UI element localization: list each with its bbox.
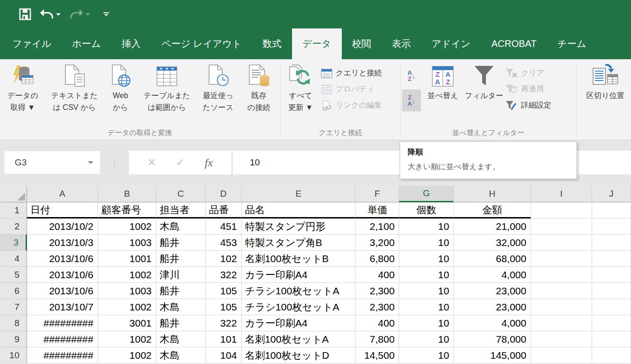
cell-E1[interactable]: 品名 [242, 202, 356, 218]
cell-B7[interactable]: 1002 [98, 299, 156, 315]
column-header-I[interactable]: I [531, 186, 592, 202]
cell-A2[interactable]: 2013/10/2 [27, 218, 98, 235]
tab-ホーム[interactable]: ホーム [62, 28, 111, 59]
column-header-C[interactable]: C [156, 186, 206, 202]
column-header-F[interactable]: F [356, 186, 399, 202]
cell-J8[interactable] [592, 315, 631, 331]
sort-button[interactable]: Z A A Z 並べ替え [421, 62, 465, 101]
cell-G9[interactable]: 10 [399, 331, 454, 347]
column-header-B[interactable]: B [98, 186, 156, 202]
tab-数式[interactable]: 数式 [252, 28, 292, 59]
row-header-8[interactable]: 8 [0, 315, 27, 331]
cell-J9[interactable] [592, 331, 631, 347]
cell-C8[interactable]: 船井 [156, 315, 206, 331]
cell-J5[interactable] [592, 267, 631, 283]
cell-H8[interactable]: 4,000 [454, 315, 531, 331]
cell-C9[interactable]: 木島 [156, 331, 206, 347]
cell-J2[interactable] [592, 218, 631, 235]
cell-D2[interactable]: 451 [206, 218, 242, 235]
undo-button[interactable] [38, 7, 63, 22]
cell-C4[interactable]: 船井 [156, 251, 206, 267]
cell-A4[interactable]: 2013/10/6 [27, 251, 98, 267]
cell-E3[interactable]: 特製スタンプ角B [242, 235, 356, 251]
cell-F1[interactable]: 単価 [356, 202, 399, 218]
cell-J3[interactable] [592, 235, 631, 251]
save-button[interactable] [17, 7, 33, 21]
from-web-button[interactable]: Web から [104, 62, 137, 113]
cell-G7[interactable]: 10 [399, 299, 454, 315]
cell-A9[interactable]: ######### [27, 331, 98, 347]
cell-B9[interactable]: 1002 [98, 331, 156, 347]
cell-F5[interactable]: 400 [356, 267, 399, 283]
cell-H2[interactable]: 21,000 [454, 218, 531, 235]
cell-F3[interactable]: 3,200 [356, 235, 399, 251]
cell-G6[interactable]: 10 [399, 283, 454, 299]
cell-A8[interactable]: ######### [27, 315, 98, 331]
cell-H1[interactable]: 金額 [454, 202, 531, 218]
column-header-D[interactable]: D [206, 186, 242, 202]
cell-E5[interactable]: カラー印刷A4 [242, 267, 356, 283]
cell-F2[interactable]: 2,100 [356, 218, 399, 235]
cell-C6[interactable]: 船井 [156, 283, 206, 299]
tab-アドイン[interactable]: アドイン [421, 28, 481, 59]
cell-F10[interactable]: 14,500 [356, 347, 399, 364]
row-header-10[interactable]: 10 [0, 347, 27, 364]
tab-ACROBAT[interactable]: ACROBAT [481, 28, 547, 59]
cell-D10[interactable]: 104 [206, 347, 242, 364]
cell-E7[interactable]: チラシ100枚セットA [242, 299, 356, 315]
cell-H3[interactable]: 32,000 [454, 235, 531, 251]
row-header-1[interactable]: 1 [0, 202, 27, 218]
text-to-columns-button[interactable]: 区切り位置 [582, 62, 629, 101]
row-header-2[interactable]: 2 [0, 218, 27, 235]
cell-E10[interactable]: 名刺100枚セットD [242, 347, 356, 364]
cell-D3[interactable]: 453 [206, 235, 242, 251]
row-header-7[interactable]: 7 [0, 299, 27, 315]
column-header-J[interactable]: J [592, 186, 631, 202]
cell-C3[interactable]: 船井 [156, 235, 206, 251]
cell-I7[interactable] [531, 299, 592, 315]
cell-E8[interactable]: カラー印刷A4 [242, 315, 356, 331]
cell-G4[interactable]: 10 [399, 251, 454, 267]
cell-D4[interactable]: 102 [206, 251, 242, 267]
cell-F9[interactable]: 7,800 [356, 331, 399, 347]
cell-F6[interactable]: 2,300 [356, 283, 399, 299]
cell-A7[interactable]: 2013/10/7 [27, 299, 98, 315]
cell-D1[interactable]: 品番 [206, 202, 242, 218]
advanced-filter-button[interactable]: 詳細設定 [503, 98, 575, 113]
cell-C10[interactable]: 木島 [156, 347, 206, 364]
cell-G8[interactable]: 10 [399, 315, 454, 331]
existing-connections-button[interactable]: 既存 の接続 [239, 62, 279, 113]
cell-B2[interactable]: 1002 [98, 218, 156, 235]
tab-データ[interactable]: データ [292, 28, 342, 59]
cell-I9[interactable] [531, 331, 592, 347]
cell-B8[interactable]: 3001 [98, 315, 156, 331]
tab-校閲[interactable]: 校閲 [342, 28, 382, 59]
cell-D6[interactable]: 105 [206, 283, 242, 299]
row-header-5[interactable]: 5 [0, 267, 27, 283]
cell-C2[interactable]: 木島 [156, 218, 206, 235]
cell-H4[interactable]: 68,000 [454, 251, 531, 267]
cell-J6[interactable] [592, 283, 631, 299]
cell-J7[interactable] [592, 299, 631, 315]
recent-sources-button[interactable]: 最近使っ たソース [197, 62, 239, 113]
tab-ページ レイアウト[interactable]: ページ レイアウト [151, 28, 252, 59]
cell-A3[interactable]: 2013/10/3 [27, 235, 98, 251]
cell-D5[interactable]: 322 [206, 267, 242, 283]
cell-B10[interactable]: 1002 [98, 347, 156, 364]
cell-G10[interactable]: 10 [399, 347, 454, 364]
cell-A5[interactable]: 2013/10/6 [27, 267, 98, 283]
tab-チーム[interactable]: チーム [547, 28, 597, 59]
cell-F7[interactable]: 2,300 [356, 299, 399, 315]
cell-E4[interactable]: 名刺100枚セットB [242, 251, 356, 267]
undo-dropdown-icon[interactable] [56, 13, 61, 16]
from-table-range-button[interactable]: テーブルまた は範囲から [137, 62, 197, 113]
cell-C7[interactable]: 木島 [156, 299, 206, 315]
filter-button[interactable]: フィルター [465, 62, 503, 101]
cell-F8[interactable]: 400 [356, 315, 399, 331]
customize-quick-access-button[interactable] [103, 12, 109, 16]
get-data-button[interactable]: データの 取得 ▼ [1, 62, 45, 113]
row-header-6[interactable]: 6 [0, 283, 27, 299]
cell-H10[interactable]: 145,000 [454, 347, 531, 364]
cell-B6[interactable]: 1003 [98, 283, 156, 299]
cell-B3[interactable]: 1003 [98, 235, 156, 251]
